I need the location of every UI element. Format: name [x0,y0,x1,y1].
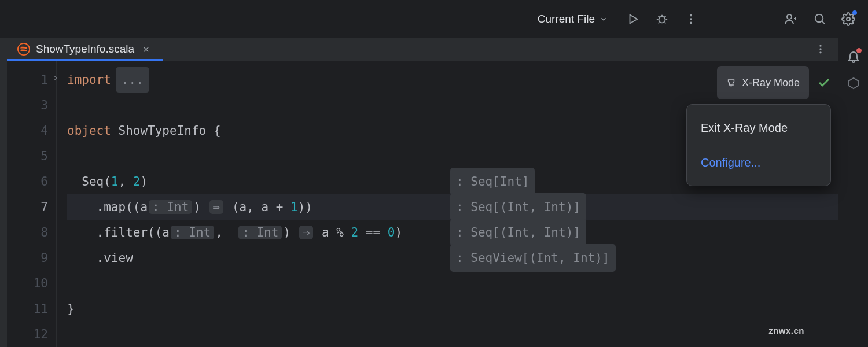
svg-point-3 [690,18,692,20]
svg-point-14 [819,51,821,53]
code-line: .filter((a: Int, _: Int) ⇒ a % 2 == 0): … [67,220,838,245]
code-with-me-button[interactable] [779,8,802,31]
notifications-button[interactable] [847,49,860,63]
code-line: } [67,296,838,322]
search-button[interactable] [808,8,831,31]
code-line [67,271,838,296]
add-user-icon [784,12,797,26]
code-area[interactable]: import... object ShowTypeInfo { Seq(1, 2… [57,61,838,347]
tab-more-button[interactable] [809,38,832,61]
type-hint: : SeqView[(Int, Int)] [450,244,616,272]
svg-point-4 [690,21,692,24]
close-tab-button[interactable] [140,43,152,56]
line-number: 7 [7,194,48,220]
tab-filename: ShowTypeInfo.scala [36,43,134,56]
xray-mode-button[interactable]: X-Ray Mode [717,66,809,99]
line-number: 3 [7,93,48,118]
type-hint: : Seq[(Int, Int)] [450,219,586,246]
scala-file-icon [17,43,30,56]
xray-label: X-Ray Mode [742,70,800,95]
left-tool-strip [0,38,7,347]
editor-status-widgets: X-Ray Mode [717,66,831,99]
line-number: 10 [7,271,48,296]
type-hint: : Seq[(Int, Int)] [450,193,586,221]
arrow-hint: ⇒ [209,200,224,214]
code-line [67,322,838,347]
svg-line-7 [822,21,825,24]
line-number: 8 [7,220,48,245]
more-vertical-icon [815,43,826,55]
line-number: 11 [7,296,48,322]
svg-marker-0 [630,14,638,23]
line-number: 1 [7,67,48,93]
code-editor[interactable]: 1 3 4 5 6 7 8 9 10 11 12 import... o [7,61,838,347]
settings-update-dot [852,10,857,15]
settings-button[interactable] [837,8,860,31]
line-number: 12 [7,322,48,347]
close-icon [142,46,150,53]
line-number: 6 [7,169,48,194]
svg-point-5 [787,14,792,19]
param-hint: : Int [238,226,282,239]
top-toolbar: Current File [0,0,868,38]
svg-point-6 [815,14,822,22]
line-number: 9 [7,245,48,271]
line-number: 5 [7,143,48,169]
param-hint: : Int [171,226,214,239]
debug-button[interactable] [650,8,674,31]
folded-region[interactable]: ... [116,67,149,93]
editor-tabs: ShowTypeInfo.scala [7,38,838,61]
code-line: .view: SeqView[(Int, Int)] [67,245,838,271]
line-number: 4 [7,118,48,143]
search-icon [813,12,826,25]
svg-point-8 [847,17,850,21]
arrow-hint: ⇒ [299,226,314,239]
svg-point-2 [690,14,692,16]
run-button[interactable] [621,8,645,31]
notification-dot [856,48,862,53]
run-config-label: Current File [538,13,595,25]
code-line: .map((a: Int) ⇒ (a, a + 1)): Seq[(Int, I… [67,194,838,220]
svg-point-12 [819,45,821,47]
configure-xray-item[interactable]: Configure... [687,145,830,180]
bug-icon [656,13,668,25]
pin-icon [726,78,736,88]
watermark: znwx.cn [768,318,804,344]
svg-marker-15 [848,78,858,88]
run-config-selector[interactable]: Current File [529,9,616,29]
play-icon [627,13,639,25]
xray-popup-menu: Exit X-Ray Mode Configure... [686,104,831,186]
svg-point-1 [659,16,665,23]
right-tool-strip [838,38,868,347]
right-panel-slot[interactable] [847,77,860,90]
exit-xray-item[interactable]: Exit X-Ray Mode [687,110,830,145]
param-hint: : Int [149,200,192,214]
line-gutter: 1 3 4 5 6 7 8 9 10 11 12 [7,61,57,347]
file-tab[interactable]: ShowTypeInfo.scala [7,38,163,61]
type-hint: : Seq[Int] [450,168,535,195]
more-actions-button[interactable] [679,8,703,31]
more-vertical-icon [685,13,697,25]
svg-point-9 [18,43,30,55]
inspection-status[interactable] [817,76,831,90]
svg-point-13 [819,48,821,50]
chevron-down-icon [599,15,608,23]
hexagon-icon [847,77,860,90]
check-icon [817,76,831,90]
